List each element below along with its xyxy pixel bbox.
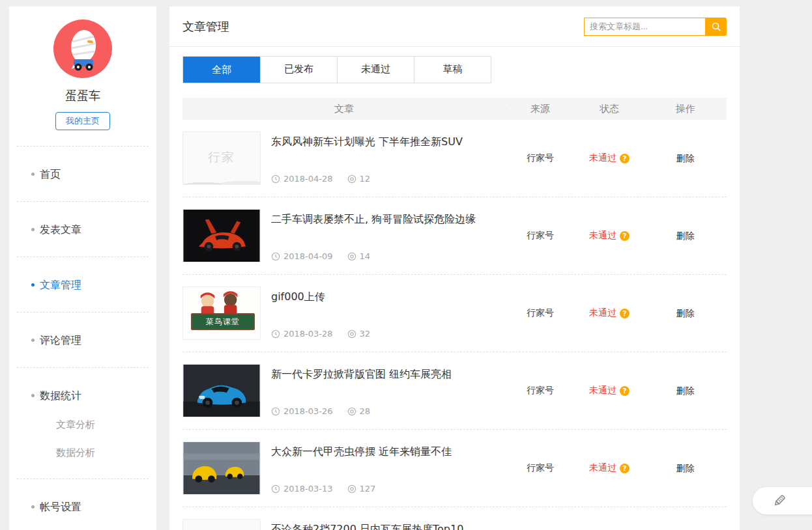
- status-cell: 未通过 ?: [575, 462, 644, 474]
- eye-icon: [347, 329, 356, 339]
- search-input[interactable]: [584, 18, 705, 36]
- article-cell: 大众新一代甲壳虫停摆 近年来销量不佳 2018-03-13 127: [182, 441, 506, 495]
- question-icon[interactable]: ?: [620, 231, 630, 241]
- source-cell: 行家号: [506, 385, 575, 397]
- write-article-fab[interactable]: [753, 487, 812, 514]
- views-count: 14: [360, 251, 371, 261]
- article-list: 行家 东风风神新车计划曝光 下半年推全新SUV 2018-04-28: [182, 120, 727, 530]
- action-cell: 删除: [644, 152, 727, 165]
- article-cell: 新一代卡罗拉掀背版官图 纽约车展亮相 2018-03-26 28: [182, 364, 506, 417]
- sidebar-item-account[interactable]: 帐号设置: [9, 501, 156, 514]
- article-title[interactable]: 二手车调表屡禁不止, 狗哥冒险试探危险边缘: [271, 213, 500, 227]
- my-homepage-button[interactable]: 我的主页: [55, 112, 110, 130]
- action-cell: 删除: [644, 384, 727, 397]
- publish-date: 2018-03-13: [283, 484, 333, 494]
- tab-draft[interactable]: 草稿: [414, 57, 491, 83]
- search-box: [584, 18, 727, 36]
- panel-header: 文章管理: [169, 7, 740, 47]
- publish-date: 2018-04-28: [283, 174, 333, 184]
- views-count-wrap: 28: [347, 406, 371, 416]
- table-header: 文章 来源 状态 操作: [182, 98, 727, 120]
- avatar[interactable]: [53, 20, 112, 78]
- mountain-art: [182, 174, 261, 185]
- tab-all[interactable]: 全部: [183, 57, 260, 83]
- article-title[interactable]: gif000上传: [271, 290, 500, 304]
- action-cell: 删除: [644, 229, 727, 242]
- article-thumbnail[interactable]: 行家: [182, 132, 261, 185]
- sidebar-subitem-account-info[interactable]: 帐号信息: [9, 514, 156, 530]
- article-info: 东风风神新车计划曝光 下半年推全新SUV 2018-04-28 12: [271, 132, 500, 185]
- bullet-icon: [31, 283, 35, 286]
- views-count: 28: [360, 406, 371, 416]
- question-icon[interactable]: ?: [620, 386, 630, 396]
- status-badge: 未通过: [589, 152, 616, 164]
- tab-rejected[interactable]: 未通过: [337, 57, 414, 83]
- question-icon[interactable]: ?: [620, 154, 630, 163]
- article-thumbnail[interactable]: [182, 441, 261, 495]
- sidebar-subitem-article-analysis[interactable]: 文章分析: [9, 403, 156, 431]
- article-thumbnail[interactable]: 菜鸟课堂: [182, 286, 261, 340]
- column-header-article: 文章: [182, 103, 506, 115]
- action-cell: 删除: [644, 307, 727, 320]
- article-title[interactable]: 东风风神新车计划曝光 下半年推全新SUV: [271, 135, 500, 149]
- column-header-source: 来源: [506, 103, 575, 115]
- article-info: 不论各种2挡7200 日内瓦车展热度Top10: [271, 519, 500, 530]
- publish-date: 2018-04-09: [283, 251, 333, 261]
- sidebar-item-articles[interactable]: 文章管理: [9, 257, 156, 312]
- clock-icon: [271, 407, 280, 416]
- views-count-wrap: 127: [347, 484, 376, 494]
- status-cell: 未通过 ?: [575, 152, 644, 164]
- article-title[interactable]: 新一代卡罗拉掀背版官图 纽约车展亮相: [271, 368, 500, 382]
- sidebar-item-publish[interactable]: 发表文章: [9, 202, 156, 257]
- column-header-status: 状态: [575, 103, 644, 115]
- red-supercar-art: [183, 210, 260, 262]
- status-badge: 未通过: [589, 385, 616, 397]
- tab-published[interactable]: 已发布: [260, 57, 337, 83]
- delete-button[interactable]: 删除: [676, 385, 695, 396]
- article-title[interactable]: 大众新一代甲壳虫停摆 近年来销量不佳: [271, 445, 500, 459]
- table-row: 大众新一代甲壳虫停摆 近年来销量不佳 2018-03-13 127: [182, 430, 727, 507]
- sidebar-subitem-data-analysis[interactable]: 数据分析: [9, 431, 156, 459]
- article-title[interactable]: 不论各种2挡7200 日内瓦车展热度Top10: [271, 523, 500, 530]
- sidebar-item-home[interactable]: 首页: [9, 146, 156, 201]
- search-button[interactable]: [705, 18, 727, 36]
- source-cell: 行家号: [506, 307, 575, 319]
- table-row: 行家 东风风神新车计划曝光 下半年推全新SUV 2018-04-28: [182, 120, 727, 197]
- article-meta: 2018-04-09 14: [271, 251, 500, 261]
- table-row: 行家 不论各种2挡7200 日内瓦车展热度Top10: [182, 507, 727, 530]
- bullet-icon: [31, 228, 35, 231]
- delete-button[interactable]: 删除: [676, 308, 695, 318]
- eye-icon: [347, 174, 356, 184]
- username: 蛋蛋车: [9, 88, 156, 104]
- source-cell: 行家号: [506, 462, 575, 474]
- source-cell: 行家号: [506, 152, 575, 164]
- clock-icon: [271, 174, 280, 184]
- yellow-beetles-art: [183, 442, 260, 494]
- bullet-icon: [31, 339, 35, 342]
- question-icon[interactable]: ?: [620, 464, 630, 473]
- action-cell: 删除: [644, 462, 727, 475]
- article-meta: 2018-04-28 12: [271, 174, 500, 184]
- delete-button[interactable]: 删除: [676, 463, 695, 473]
- column-header-action: 操作: [644, 103, 727, 115]
- delete-button[interactable]: 删除: [676, 230, 695, 241]
- views-count: 32: [360, 329, 371, 339]
- eye-icon: [347, 484, 356, 494]
- article-cell: 行家 东风风神新车计划曝光 下半年推全新SUV 2018-04-28: [182, 132, 506, 185]
- sidebar-group-stats: 数据统计 文章分析 数据分析: [9, 368, 156, 479]
- egg-car-avatar-icon: [53, 20, 112, 78]
- views-count-wrap: 12: [347, 174, 371, 184]
- article-thumbnail[interactable]: 行家: [182, 519, 261, 530]
- table-row: 二手车调表屡禁不止, 狗哥冒险试探危险边缘 2018-04-09 14: [182, 197, 727, 275]
- article-info: 大众新一代甲壳虫停摆 近年来销量不佳 2018-03-13 127: [271, 441, 500, 495]
- clock-icon: [271, 252, 280, 261]
- sidebar-item-stats[interactable]: 数据统计: [9, 389, 156, 403]
- sidebar-item-comments[interactable]: 评论管理: [9, 313, 156, 367]
- search-icon: [711, 21, 721, 32]
- question-icon[interactable]: ?: [620, 309, 630, 318]
- article-thumbnail[interactable]: [182, 209, 261, 262]
- article-thumbnail[interactable]: [182, 364, 261, 417]
- publish-date: 2018-03-28: [283, 329, 333, 339]
- delete-button[interactable]: 删除: [676, 153, 695, 163]
- views-count: 12: [360, 174, 371, 184]
